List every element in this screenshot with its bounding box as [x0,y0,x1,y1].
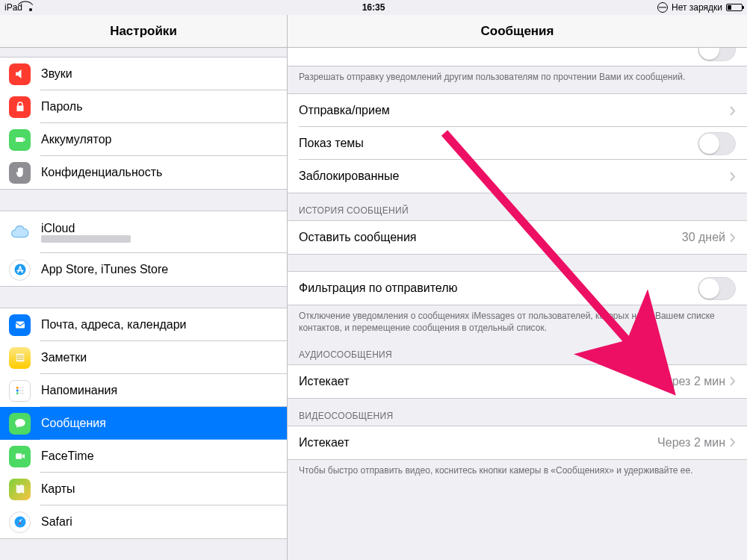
appstore-icon [9,259,31,281]
toggle-filter-sender[interactable] [698,277,736,300]
settings-app: iPad 16:35 Нет зарядки Настройки Звуки [0,0,747,560]
lock-icon [9,96,31,118]
sidebar-group-device: Звуки Пароль Аккумулятор Конфиденциально… [0,57,287,190]
hand-icon [9,162,31,184]
sidebar-item-notes[interactable]: Заметки [0,341,287,374]
header-video: ВИДЕОСООБЩЕНИЯ [288,399,747,426]
header-history: ИСТОРИЯ СООБЩЕНИЙ [288,193,747,220]
sidebar-item-safari[interactable]: Safari [0,505,287,538]
detail-title: Сообщения [288,15,747,48]
chevron-right-icon [730,233,736,243]
sidebar-group-apple: iCloud App Store, iTunes Store [0,211,287,287]
facetime-icon [9,446,31,467]
keep-messages-value: 30 дней [682,231,725,244]
icloud-icon [9,222,31,243]
sidebar-item-passcode[interactable]: Пароль [0,90,287,123]
settings-sidebar: Настройки Звуки Пароль Аккумулятор [0,15,288,560]
footer-read-receipts: Разрешать отправку уведомлений другим по… [288,66,747,86]
sidebar-title: Настройки [0,15,287,48]
chevron-right-icon [730,376,736,386]
sidebar-item-sounds[interactable]: Звуки [0,57,287,90]
svg-point-5 [16,387,18,389]
row-filter-sender[interactable]: Фильтрация по отправителю [288,272,747,305]
row-send-receive[interactable]: Отправка/прием [288,94,747,127]
no-charge-icon [657,2,668,13]
maps-icon [9,479,31,500]
header-audio: АУДИОСООБЩЕНИЯ [288,337,747,364]
chevron-right-icon [730,438,736,447]
svg-rect-3 [16,322,25,329]
reminders-icon [9,380,31,402]
sidebar-item-mail[interactable]: Почта, адреса, календари [0,308,287,341]
mail-icon [9,314,31,336]
sidebar-item-maps[interactable]: Карты [0,473,287,505]
power-label: Нет зарядки [672,2,722,13]
sidebar-item-messages[interactable]: Сообщения [0,407,287,440]
sidebar-item-icloud[interactable]: iCloud [0,211,287,253]
svg-rect-8 [16,453,22,459]
svg-point-2 [14,264,25,276]
toggle-show-subject[interactable] [698,132,736,155]
wifi-icon [25,4,36,11]
safari-icon [9,511,31,533]
sidebar-item-facetime[interactable]: FaceTime [0,440,287,473]
footer-video: Чтобы быстро отправить видео, коснитесь … [288,460,747,479]
sidebar-item-battery[interactable]: Аккумулятор [0,123,287,156]
toggle-read-receipts[interactable] [698,48,736,61]
battery-icon-row [9,129,31,151]
row-blocked[interactable]: Заблокированные [288,160,747,193]
chevron-right-icon [730,172,736,181]
row-keep-messages[interactable]: Оставить сообщения 30 дней [288,221,747,254]
status-bar: iPad 16:35 Нет зарядки [0,0,747,15]
sound-icon [9,63,31,85]
messages-icon [9,413,31,435]
battery-icon [726,4,743,11]
row-audio-expire[interactable]: Истекает Через 2 мин [288,365,747,398]
notes-icon [9,347,31,369]
messages-settings: Сообщения Разрешать отправку уведомлений… [288,15,747,560]
row-read-receipts[interactable] [288,48,747,66]
clock: 16:35 [362,2,385,13]
row-show-subject[interactable]: Показ темы [288,127,747,160]
sidebar-item-reminders[interactable]: Напоминания [0,374,287,407]
audio-expire-value: Через 2 мин [657,375,725,388]
footer-filter: Отключение уведомления о сообщениях iMes… [288,305,747,337]
svg-rect-1 [23,139,25,141]
sidebar-group-apps: Почта, адреса, календари Заметки Напомин… [0,308,287,539]
icloud-account [41,235,131,243]
video-expire-value: Через 2 мин [657,436,725,449]
chevron-right-icon [730,106,736,116]
svg-point-6 [16,390,18,392]
svg-rect-0 [16,137,24,142]
svg-point-7 [16,392,18,394]
sidebar-item-privacy[interactable]: Конфиденциальность [0,156,287,189]
row-video-expire[interactable]: Истекает Через 2 мин [288,426,747,459]
sidebar-item-appstore[interactable]: App Store, iTunes Store [0,253,287,286]
